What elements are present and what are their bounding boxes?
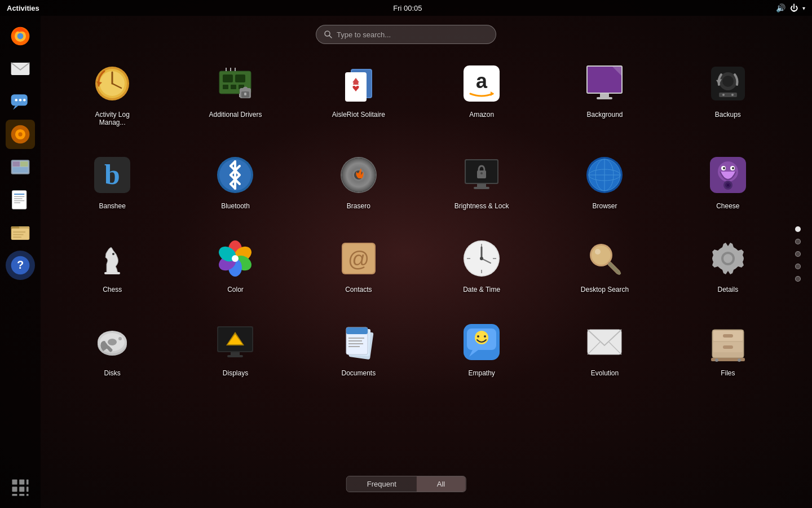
app-cheese[interactable]: Cheese — [667, 148, 789, 214]
svg-point-111 — [732, 167, 734, 169]
power-icon[interactable]: ⏻ — [790, 3, 798, 12]
svg-rect-153 — [231, 352, 240, 355]
app-evolution[interactable]: Evolution — [543, 315, 666, 382]
app-empathy[interactable]: Empathy — [420, 315, 543, 382]
svg-rect-71 — [600, 94, 609, 97]
svg-point-179 — [715, 358, 718, 362]
app-contacts[interactable]: @ Contacts — [297, 231, 420, 298]
app-grid: Activity Log Manag... — [51, 56, 789, 382]
sidebar-item-writer[interactable] — [6, 185, 35, 214]
page-dots — [795, 226, 801, 282]
app-documents[interactable]: Documents — [297, 315, 420, 382]
app-files[interactable]: Files — [667, 315, 789, 382]
svg-rect-16 — [12, 167, 28, 173]
svg-rect-97 — [477, 184, 486, 187]
svg-point-2 — [17, 33, 24, 40]
app-label-details: Details — [717, 286, 738, 294]
sidebar-item-files[interactable] — [6, 218, 35, 247]
svg-rect-18 — [14, 194, 24, 195]
app-label-backups: Backups — [715, 111, 741, 119]
svg-rect-28 — [13, 237, 21, 238]
app-browser[interactable]: Browser — [543, 148, 666, 214]
app-label-files: Files — [721, 369, 735, 377]
app-aisleriot[interactable]: AisleRiot Solitaire — [297, 56, 420, 131]
svg-rect-50 — [223, 75, 233, 82]
svg-point-8 — [23, 99, 26, 102]
page-dot-3[interactable] — [795, 251, 801, 257]
search-icon — [324, 30, 332, 38]
app-datetime[interactable]: Date & Time — [420, 231, 543, 298]
app-label-disks: Disks — [104, 369, 120, 377]
tab-all[interactable]: All — [417, 476, 465, 492]
topbar-system-icons: 🔊 ⏻ ▾ — [776, 3, 805, 12]
svg-rect-32 — [19, 479, 24, 484]
app-brightness-lock[interactable]: Brightness & Lock — [420, 148, 543, 214]
svg-point-180 — [738, 358, 741, 362]
svg-rect-36 — [27, 487, 29, 492]
page-dot-4[interactable] — [795, 264, 801, 269]
svg-rect-35 — [19, 487, 24, 492]
activities-button[interactable]: Activities — [7, 4, 39, 12]
app-additional-drivers[interactable]: Additional Drivers — [174, 56, 297, 131]
app-label-brasero: Brasero — [347, 202, 370, 210]
svg-rect-14 — [12, 161, 20, 167]
sidebar-item-chat[interactable] — [6, 87, 35, 116]
sidebar-item-photos[interactable] — [6, 152, 35, 182]
app-backups[interactable]: Backups — [667, 56, 789, 131]
svg-rect-72 — [597, 97, 612, 99]
app-details[interactable]: Details — [667, 231, 789, 298]
bottom-tabs: Frequent All — [346, 476, 466, 492]
app-label-aisleriot: AisleRiot Solitaire — [332, 111, 385, 119]
svg-text:?: ? — [17, 259, 24, 271]
svg-rect-21 — [14, 200, 24, 201]
svg-rect-51 — [235, 75, 245, 82]
app-label-documents: Documents — [341, 369, 376, 377]
app-chess[interactable]: Chess — [51, 231, 174, 298]
sidebar-item-email[interactable] — [6, 54, 35, 84]
app-color[interactable]: Color — [174, 231, 297, 298]
topbar: Activities Fri 00:05 🔊 ⏻ ▾ — [0, 0, 812, 16]
svg-rect-34 — [12, 487, 17, 492]
app-displays[interactable]: Displays — [174, 315, 297, 382]
sidebar-item-firefox[interactable] — [6, 21, 35, 51]
svg-rect-31 — [12, 479, 17, 484]
app-activity-log[interactable]: Activity Log Manag... — [51, 56, 174, 131]
app-brasero[interactable]: Brasero — [297, 148, 420, 214]
app-label-activity-log: Activity Log Manag... — [84, 111, 140, 126]
svg-point-11 — [18, 132, 22, 136]
svg-point-79 — [731, 94, 734, 96]
app-desktop-search[interactable]: Desktop Search — [543, 231, 666, 298]
svg-rect-39 — [27, 494, 29, 496]
app-banshee[interactable]: b Banshee — [51, 148, 174, 214]
sidebar: ? — [0, 16, 41, 508]
svg-rect-77 — [719, 93, 737, 97]
tab-frequent[interactable]: Frequent — [347, 476, 417, 492]
svg-point-138 — [595, 249, 601, 255]
page-dot-5[interactable] — [795, 276, 801, 282]
app-disks[interactable]: Disks — [51, 315, 174, 382]
search-input[interactable] — [337, 30, 488, 39]
sidebar-item-help[interactable]: ? — [6, 251, 35, 280]
sidebar-item-audio[interactable] — [6, 120, 35, 149]
app-label-displays: Displays — [223, 369, 248, 377]
svg-rect-160 — [348, 338, 364, 339]
svg-line-41 — [329, 36, 332, 38]
app-label-banshee: Banshee — [99, 202, 125, 210]
page-dot-1[interactable] — [795, 226, 801, 232]
svg-text:a: a — [476, 69, 488, 93]
svg-point-115 — [112, 253, 114, 255]
app-label-amazon: Amazon — [469, 111, 494, 119]
app-background[interactable]: Background — [543, 56, 666, 131]
svg-rect-116 — [104, 272, 120, 274]
app-bluetooth[interactable]: Bluetooth — [174, 148, 297, 214]
app-amazon[interactable]: a Amazon — [420, 56, 543, 131]
power-arrow-icon[interactable]: ▾ — [802, 5, 805, 11]
svg-rect-159 — [346, 327, 368, 334]
svg-rect-38 — [19, 494, 24, 496]
app-label-brightness-lock: Brightness & Lock — [454, 202, 509, 210]
volume-icon[interactable]: 🔊 — [776, 3, 785, 12]
page-dot-2[interactable] — [795, 239, 801, 244]
svg-rect-61 — [244, 93, 246, 95]
sidebar-item-appgrid[interactable] — [6, 473, 35, 502]
svg-rect-52 — [223, 85, 228, 89]
